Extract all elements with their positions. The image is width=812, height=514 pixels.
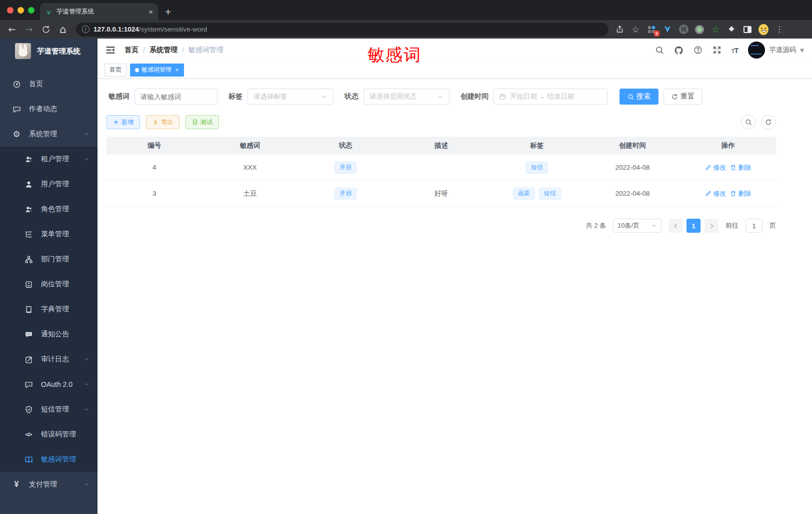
browser-tab[interactable]: 芋道管理系统 × (40, 3, 158, 20)
tenant-icon (24, 155, 33, 164)
refresh-table-button[interactable] (761, 115, 776, 130)
sidebar-item-菜单管理[interactable]: 菜单管理 (0, 222, 98, 247)
date-range-picker[interactable]: 开始日期 - 结束日期 (494, 89, 608, 105)
column-header: 状态 (298, 137, 394, 155)
status-label: 状态 (344, 92, 358, 101)
zoom-window-button[interactable] (28, 7, 34, 14)
date-end-placeholder: 结束日期 (548, 92, 574, 101)
bookmark-star-icon[interactable]: ☆ (630, 25, 640, 35)
star-extension-icon[interactable]: ☆ (710, 25, 720, 35)
tab-close-icon[interactable]: × (148, 8, 153, 16)
extensions-puzzle-icon[interactable] (726, 25, 736, 35)
search-button[interactable]: 搜索 (620, 89, 658, 105)
keyword-input[interactable] (134, 89, 218, 105)
sidebar-item-支付管理[interactable]: ¥ 支付管理 (0, 472, 98, 497)
next-page-button[interactable] (704, 219, 718, 233)
sidebar-item-错误码管理[interactable]: </> 错误码管理 (0, 422, 98, 447)
prev-page-button[interactable] (668, 219, 682, 233)
edit-button[interactable]: 修改 (705, 163, 726, 172)
page-number-button[interactable]: 1 (686, 219, 700, 233)
column-header: 操作 (680, 137, 776, 155)
sidebar-toggle-icon[interactable] (742, 25, 752, 35)
home-icon[interactable]: ⌂ (56, 23, 70, 37)
tab-close-icon[interactable]: × (175, 66, 179, 74)
edit-button[interactable]: 修改 (705, 189, 726, 198)
sidebar-fold-icon[interactable] (106, 45, 116, 55)
url-host: 127.0.0.1:1024 (94, 26, 139, 33)
sidebar-item-用户管理[interactable]: 用户管理 (0, 172, 98, 197)
sidebar-item-字典管理[interactable]: 字典管理 (0, 297, 98, 322)
vue-devtools-extension-icon[interactable] (662, 25, 672, 35)
sidebar-item-首页[interactable]: 首页 (0, 72, 98, 97)
sidebar-item-角色管理[interactable]: 角色管理 (0, 197, 98, 222)
column-header: 编号 (106, 137, 202, 155)
sidebar-item-敏感词管理[interactable]: 敏感词管理 (0, 447, 98, 472)
user-caret-down-icon: ▼ (800, 48, 804, 53)
window-controls[interactable] (7, 7, 34, 14)
status-badge: 开启 (334, 188, 356, 200)
delete-button[interactable]: 删除 (730, 163, 751, 172)
logo-avatar (15, 43, 31, 59)
sidebar-menu: 首页 作者动态 ⚙ 系统管理 租户管理 用户管理 角色管理 菜单管理 部门管理 (0, 64, 98, 514)
close-window-button[interactable] (7, 7, 14, 14)
cell-word: XXX (202, 155, 298, 180)
chevron-down-icon (84, 356, 90, 362)
sidebar-item-作者动态[interactable]: 作者动态 (0, 97, 98, 122)
user-menu[interactable]: 芋道源码 ▼ (748, 42, 804, 59)
cell-operations: 修改 删除 (680, 155, 776, 180)
recorder-extension-icon[interactable] (694, 25, 704, 35)
browser-profile-avatar[interactable] (758, 25, 768, 35)
breadcrumb-system[interactable]: 系统管理 (150, 46, 178, 55)
page-size-select[interactable]: 10条/页 (613, 219, 662, 233)
sidebar-item-岗位管理[interactable]: 岗位管理 (0, 272, 98, 297)
sidebar-item-系统管理[interactable]: ⚙ 系统管理 (0, 122, 98, 147)
sidebar-item-OAuth 2.0[interactable]: OAuth 2.0 (0, 372, 98, 397)
breadcrumb-home[interactable]: 首页 (124, 46, 138, 55)
user-icon (24, 180, 33, 189)
goto-page-input[interactable] (746, 219, 762, 233)
cell-word: 土豆 (202, 181, 298, 206)
tags-view-tab-敏感词管理[interactable]: 敏感词管理 × (130, 64, 184, 77)
new-tab-button[interactable]: + (165, 7, 171, 17)
back-icon[interactable]: ← (5, 23, 19, 37)
site-info-icon[interactable]: i (82, 26, 90, 33)
header-search-icon[interactable] (655, 46, 664, 55)
share-icon[interactable] (614, 25, 624, 35)
keyword-label: 敏感词 (108, 92, 130, 101)
test-button[interactable]: 测试 (186, 115, 219, 129)
row-tag-badge: 短信 (526, 162, 548, 174)
hide-search-button[interactable] (741, 115, 756, 130)
forward-icon[interactable]: → (22, 23, 36, 37)
address-bar[interactable]: i 127.0.0.1:1024/system/sensitive-word (76, 23, 608, 37)
sidebar-item-短信管理[interactable]: 短信管理 (0, 397, 98, 422)
row-tag-badge: 短信 (539, 188, 561, 200)
browser-menu-icon[interactable]: ⋮ (774, 25, 784, 35)
tag-select[interactable]: 请选择标签 (248, 89, 334, 105)
minimize-window-button[interactable] (18, 7, 24, 14)
font-size-icon[interactable]: TT (732, 46, 738, 55)
user-name: 芋道源码 (769, 46, 796, 55)
sidebar-item-通知公告[interactable]: 通知公告 (0, 322, 98, 347)
sidebar-item-部门管理[interactable]: 部门管理 (0, 247, 98, 272)
fullscreen-icon[interactable] (712, 46, 722, 55)
github-icon[interactable] (674, 46, 684, 55)
reset-button[interactable]: 重置 (664, 89, 702, 105)
chevron-down-icon (84, 481, 90, 487)
chat-icon (12, 105, 21, 114)
cell-id: 3 (106, 181, 202, 206)
reload-icon[interactable] (39, 23, 53, 37)
page-unit-label: 页 (770, 221, 776, 230)
grid-extension-icon[interactable]: 9 (646, 25, 656, 35)
tags-view-tab-首页[interactable]: 首页 × (104, 64, 126, 77)
filter-form: 敏感词 标签 请选择标签 状态 请选择启用状态 创建时间 开始日期 - 结束日期… (106, 89, 803, 105)
help-icon[interactable] (694, 46, 702, 55)
url-path: /system/sensitive-word (139, 26, 208, 33)
add-button[interactable]: 新增 (106, 115, 140, 129)
command-extension-icon[interactable]: ⌘ (678, 25, 688, 35)
status-select[interactable]: 请选择启用状态 (364, 89, 450, 105)
delete-button[interactable]: 删除 (730, 189, 751, 198)
navbar: 首页 / 系统管理 / 敏感词管理 TT 芋道源码 ▼ (98, 39, 812, 62)
sidebar-item-租户管理[interactable]: 租户管理 (0, 147, 98, 172)
sidebar-item-审计日志[interactable]: 审计日志 (0, 347, 98, 372)
export-button[interactable]: 导出 (146, 115, 180, 129)
